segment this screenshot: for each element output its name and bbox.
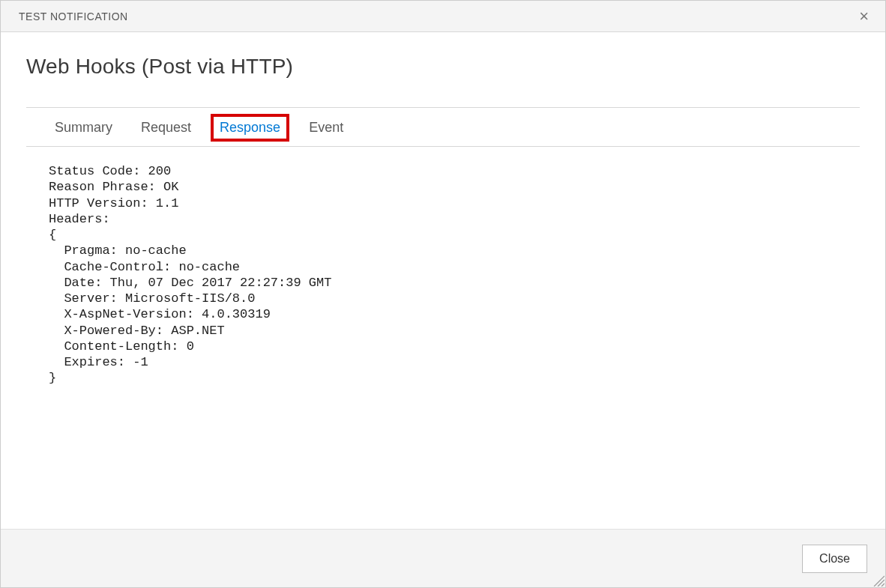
dialog-body: Web Hooks (Post via HTTP) Summary Reques… [1,32,885,529]
close-icon[interactable]: × [853,5,875,28]
tab-event[interactable]: Event [301,115,351,140]
dialog-footer: Close [1,529,885,587]
close-button[interactable]: Close [802,545,867,573]
svg-line-2 [882,584,885,587]
test-notification-dialog: TEST NOTIFICATION × Web Hooks (Post via … [0,0,886,588]
response-content: Status Code: 200 Reason Phrase: OK HTTP … [49,163,860,387]
resize-grip-icon [871,573,885,587]
dialog-title: TEST NOTIFICATION [19,10,128,22]
tab-request[interactable]: Request [133,115,199,140]
tab-response[interactable]: Response [212,115,288,140]
tab-summary[interactable]: Summary [47,115,120,140]
page-title: Web Hooks (Post via HTTP) [26,55,860,79]
tab-row: Summary Request Response Event [26,115,860,140]
tab-container: Summary Request Response Event [26,107,860,147]
svg-line-0 [874,576,885,587]
svg-line-1 [878,580,885,587]
dialog-header: TEST NOTIFICATION × [1,1,885,32]
